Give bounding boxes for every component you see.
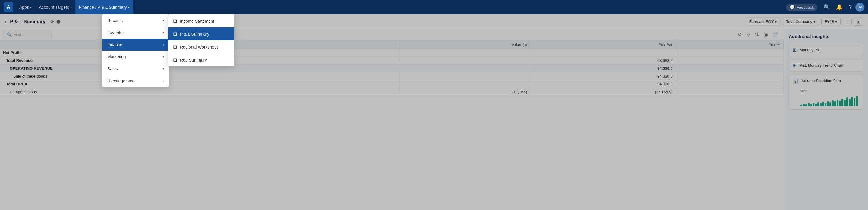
help-icon: ? xyxy=(849,4,852,10)
nav-dropdown-sales[interactable]: Sales › xyxy=(102,63,169,75)
user-avatar[interactable]: JV xyxy=(855,3,864,12)
nav-dropdown-favorites[interactable]: Favorites › xyxy=(102,27,169,39)
marketing-chevron-icon: › xyxy=(163,55,164,59)
search-icon: 🔍 xyxy=(824,4,830,10)
rep-summary-icon: ⊟ xyxy=(173,57,177,63)
finance-arrow-icon: › xyxy=(163,43,164,47)
sub-dropdown-regional-worksheet[interactable]: ⊞ Regional Worksheet xyxy=(168,40,235,53)
sub-dropdown-income-statement[interactable]: ⊞ Income Statement xyxy=(168,14,235,27)
app-logo: A xyxy=(4,2,13,12)
feedback-button[interactable]: 💬 Feedback xyxy=(786,4,817,11)
pl-summary-icon: ⊞ xyxy=(173,31,177,37)
top-nav: A Apps ▾ Account Targets ▾ Finance / P &… xyxy=(0,0,868,14)
search-button[interactable]: 🔍 xyxy=(821,0,832,14)
notifications-button[interactable]: 🔔 xyxy=(834,0,845,14)
sub-dropdown-rep-summary[interactable]: ⊟ Rep Summary xyxy=(168,53,235,66)
help-button[interactable]: ? xyxy=(846,0,854,14)
nav-account-targets[interactable]: Account Targets ▾ xyxy=(35,0,75,14)
sales-chevron-icon: › xyxy=(163,67,164,70)
income-statement-icon: ⊞ xyxy=(173,18,177,24)
apps-chevron-icon: ▾ xyxy=(30,6,32,9)
uncategorized-chevron-icon: › xyxy=(163,79,164,83)
finance-chevron-icon: ▾ xyxy=(128,6,130,9)
nav-dropdown: Recents › Favorites › Finance › Marketin… xyxy=(102,14,169,87)
sub-dropdown-pl-summary[interactable]: ⊞ P & L Summary xyxy=(168,27,235,40)
favorites-chevron-icon: › xyxy=(163,31,164,34)
bell-icon: 🔔 xyxy=(836,4,843,10)
nav-apps[interactable]: Apps ▾ xyxy=(16,0,35,14)
nav-right-actions: 💬 Feedback 🔍 🔔 ? JV xyxy=(786,0,864,14)
nav-finance-pl[interactable]: Finance / P & L Summary ▾ xyxy=(75,0,133,14)
nav-dropdown-recents[interactable]: Recents › xyxy=(102,14,169,27)
account-targets-chevron-icon: ▾ xyxy=(70,6,72,9)
nav-dropdown-finance[interactable]: Finance › xyxy=(102,39,169,51)
sub-dropdown: ⊞ Income Statement ⊞ P & L Summary ⊞ Reg… xyxy=(168,14,235,66)
nav-dropdown-marketing[interactable]: Marketing › xyxy=(102,51,169,63)
regional-worksheet-icon: ⊞ xyxy=(173,44,177,50)
feedback-icon: 💬 xyxy=(789,5,795,10)
nav-dropdown-uncategorized[interactable]: Uncategorized › xyxy=(102,75,169,87)
recents-chevron-icon: › xyxy=(163,19,164,22)
